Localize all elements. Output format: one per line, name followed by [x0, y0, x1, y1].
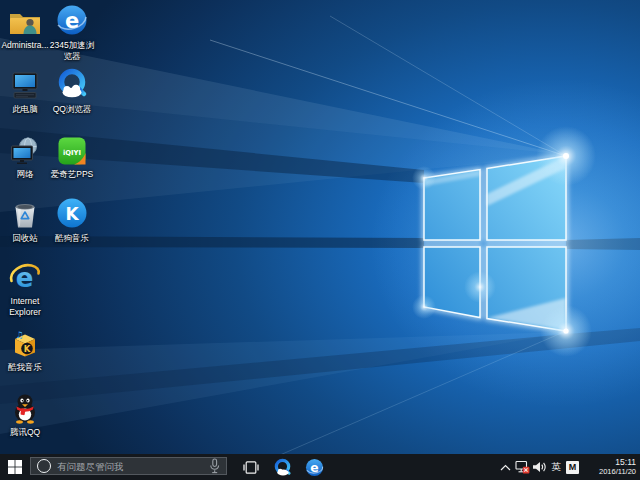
taskbar-2345-browser-button[interactable]: e: [301, 454, 328, 480]
task-view-icon: [243, 461, 259, 474]
desktop-icon-label: 网络: [17, 169, 34, 180]
desktop-icon-this-pc[interactable]: 此电脑: [2, 70, 48, 115]
qq-browser-icon: [273, 458, 292, 477]
iqiyi-icon: iQIYI: [57, 135, 87, 166]
clock-date: 2016/11/20: [584, 467, 636, 476]
taskbar-qq-browser-button[interactable]: [269, 454, 296, 480]
network-disconnected-icon: ×: [515, 460, 530, 474]
ime-indicator[interactable]: M: [564, 454, 581, 480]
network-icon: [8, 135, 42, 166]
user-folder-icon: [8, 6, 42, 37]
desktop-icon-recycle-bin[interactable]: 回收站: [2, 199, 48, 244]
desktop-icon-label: 爱奇艺PPS: [51, 169, 94, 180]
volume-button[interactable]: [531, 454, 548, 480]
desktop-icon-network[interactable]: 网络: [2, 135, 48, 180]
desktop-icon-internet-explorer[interactable]: e Internet Explorer: [2, 262, 48, 317]
wallpaper-windows-10-hero: [0, 0, 640, 480]
desktop-icon-label: 回收站: [12, 233, 38, 244]
show-hidden-icons-button[interactable]: [497, 454, 514, 480]
chevron-up-icon: [500, 464, 511, 471]
kugou-music-icon: K: [55, 199, 89, 230]
desktop-icon-label: 此电脑: [12, 104, 38, 115]
windows-logo-icon: [8, 460, 22, 474]
desktop-icon-label-line2: 览器: [64, 51, 81, 62]
desktop-icon-2345-browser[interactable]: e 2345加速浏 览器: [49, 6, 95, 61]
desktop-icon-label: 2345加速浏: [50, 40, 94, 51]
desktop-icon-label: Administra...: [1, 40, 48, 51]
desktop-icon-iqiyi-pps[interactable]: iQIYI 爱奇艺PPS: [49, 135, 95, 180]
cortana-circle-icon: [37, 459, 51, 473]
qq-penguin-icon: [9, 393, 41, 424]
kuwo-k-glyph: K: [24, 344, 31, 354]
ime-letter: M: [566, 461, 579, 474]
2345-browser-icon: e: [55, 6, 89, 37]
taskbar-clock[interactable]: 15:11 2016/11/20: [584, 458, 636, 476]
desktop: Administra... 此电脑: [0, 0, 640, 480]
desktop-icon-label: 酷我音乐: [8, 362, 42, 373]
internet-explorer-icon: e: [8, 262, 42, 293]
desktop-icon-tencent-qq[interactable]: 腾讯QQ: [2, 393, 48, 438]
taskbar: e ×: [0, 454, 640, 480]
search-input[interactable]: [57, 461, 203, 472]
task-view-button[interactable]: [237, 454, 264, 480]
desktop-icon-label: Internet: [11, 296, 40, 307]
this-pc-icon: [8, 70, 42, 101]
recycle-bin-icon: [8, 199, 42, 230]
desktop-icon-administrator[interactable]: Administra...: [2, 6, 48, 51]
desktop-icon-kuwo-music[interactable]: K ♫ 酷我音乐: [2, 328, 48, 373]
desktop-icon-label: 酷狗音乐: [55, 233, 89, 244]
taskbar-search-box[interactable]: [30, 457, 227, 475]
desktop-icon-label-line2: Explorer: [9, 307, 41, 318]
desktop-icon-label: QQ浏览器: [53, 104, 92, 115]
language-indicator[interactable]: 英: [548, 454, 564, 480]
desktop-icon-label: 腾讯QQ: [10, 427, 40, 438]
svg-text:×: ×: [523, 466, 528, 474]
microphone-icon[interactable]: [209, 458, 220, 474]
2345-browser-icon: e: [305, 458, 324, 477]
kugou-k-glyph: K: [65, 204, 79, 224]
speaker-icon: [532, 461, 547, 473]
iqiyi-wordmark: iQIYI: [63, 149, 81, 157]
network-status-button[interactable]: ×: [514, 454, 531, 480]
music-note-glyph: ♫: [15, 330, 23, 340]
kuwo-music-icon: K ♫: [8, 328, 42, 359]
system-tray: × 英 M 15:11 2016/11/20: [497, 454, 640, 480]
desktop-icon-qq-browser[interactable]: QQ浏览器: [49, 70, 95, 115]
start-button[interactable]: [0, 454, 30, 480]
desktop-icon-kugou-music[interactable]: K 酷狗音乐: [49, 199, 95, 244]
qq-browser-icon: [55, 70, 89, 101]
clock-time: 15:11: [584, 458, 636, 467]
